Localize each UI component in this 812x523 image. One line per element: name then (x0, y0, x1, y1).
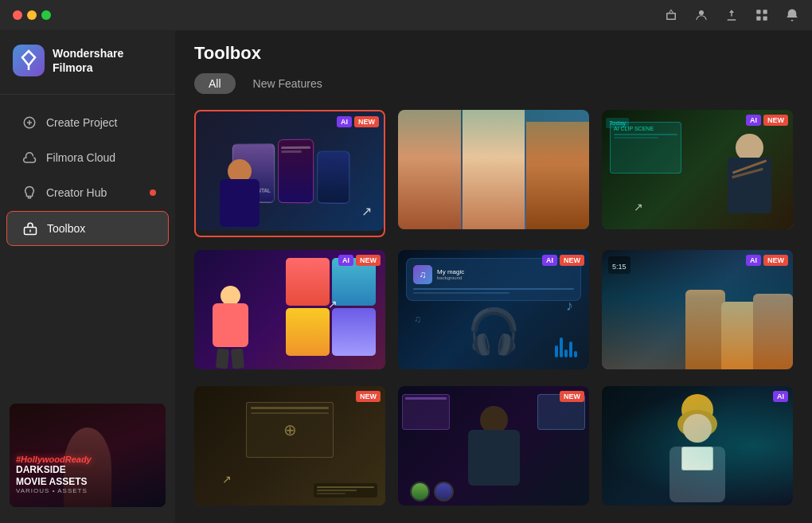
badges-row3-2: NEW (560, 391, 584, 402)
tool-card-smart-scene-cut[interactable]: Smart Scene Cut (398, 110, 589, 237)
notification-dot (150, 189, 156, 196)
badge-new: NEW (560, 255, 584, 266)
badge-ai: AI (746, 255, 761, 266)
tool-thumb-smart-short-clips: HORIZONTAL VID (196, 111, 384, 231)
badges-ai-video-enhancer: AI NEW (746, 115, 788, 126)
window-controls[interactable] (13, 10, 51, 20)
titlebar (0, 0, 812, 30)
nav-label: Create Project (46, 116, 117, 129)
badges-smart-bgm: AI NEW (542, 255, 584, 266)
badge-ai: AI (746, 115, 761, 126)
plus-circle-icon (22, 115, 37, 130)
badge-new: NEW (356, 255, 381, 266)
app-name: Wondershare Filmora (53, 46, 162, 75)
thumbnail-tag: #HollywoodReady (16, 455, 159, 464)
sidebar-thumb-title: DARKSIDEMOVIE ASSETS (16, 464, 159, 487)
tool-card-smart-bgm[interactable]: ♫ My magic background (398, 250, 589, 374)
tool-thumb-auto-reframe: 5:15 (602, 250, 793, 369)
tool-thumb-ai-color-palette: ↗ AI NEW (194, 250, 385, 369)
svg-point-0 (699, 10, 704, 15)
tool-name-smart-short-clips: Smart Short Clips (196, 236, 384, 237)
tab-new-features[interactable]: New Features (239, 73, 337, 94)
nav-label: Filmora Cloud (46, 151, 115, 164)
svg-rect-4 (763, 17, 767, 21)
sidebar-thumb-sub: VARIOUS • ASSETS (16, 487, 159, 494)
badge-ai: AI (542, 255, 557, 266)
badges-ai-color-palette: AI NEW (338, 255, 381, 266)
tool-name-smart-scene-cut: Smart Scene Cut (398, 235, 589, 237)
tool-card-ai-color-palette[interactable]: ↗ AI NEW AI Color Palette (194, 250, 385, 374)
sidebar-item-toolbox[interactable]: Toolbox (6, 211, 169, 246)
tool-card-row3-1[interactable]: ⊕ ↗ (194, 386, 385, 510)
svg-rect-1 (756, 10, 760, 14)
badges-row3-3: AI (773, 391, 788, 402)
maximize-button[interactable] (41, 10, 51, 20)
badge-ai: AI (338, 255, 353, 266)
badge-ai: AI (337, 116, 352, 127)
svg-rect-5 (13, 45, 45, 76)
grid-icon[interactable] (755, 8, 769, 22)
tool-thumb-smart-bgm: ♫ My magic background (398, 250, 589, 369)
app-body: Wondershare Filmora Create Project (0, 30, 812, 523)
badge-ai: AI (773, 391, 788, 402)
tool-name-ai-video-enhancer: AI Video Enhancer (602, 235, 793, 237)
badge-new: NEW (560, 391, 584, 402)
tools-grid: HORIZONTAL VID (175, 103, 812, 523)
sidebar-item-creator-hub[interactable]: Creator Hub (6, 176, 169, 209)
sidebar-thumbnail[interactable]: #HollywoodReady DARKSIDEMOVIE ASSETS VAR… (10, 404, 166, 507)
tool-card-auto-reframe[interactable]: 5:15 (602, 250, 793, 374)
tool-thumb-ai-video-enhancer: AI CLIP SCENE Today ↗ AI NEW (602, 110, 793, 229)
tab-all[interactable]: All (194, 73, 236, 94)
sidebar-item-create-project[interactable]: Create Project (6, 106, 169, 139)
minimize-button[interactable] (27, 10, 37, 20)
share-icon[interactable] (664, 8, 678, 22)
tool-card-row3-2[interactable]: NEW (398, 386, 589, 510)
page-title: Toolbox (194, 43, 793, 64)
tool-thumb-row3-1: ⊕ ↗ (194, 386, 385, 505)
badges-smart-short-clips: AI NEW (337, 116, 379, 127)
divider (0, 94, 175, 95)
tool-thumb-row3-3: AI (602, 386, 793, 505)
tool-card-row3-3[interactable]: AI (602, 386, 793, 510)
sidebar-nav: Create Project Filmora Cloud Creato (0, 98, 175, 396)
tool-thumb-smart-scene-cut (398, 110, 589, 229)
sidebar: Wondershare Filmora Create Project (0, 30, 175, 523)
badge-new: NEW (356, 391, 381, 402)
profile-icon[interactable] (694, 8, 709, 22)
nav-label: Toolbox (47, 222, 85, 235)
badges-row3-1: NEW (356, 391, 381, 402)
lightbulb-icon (22, 185, 37, 200)
badge-new: NEW (354, 116, 379, 127)
titlebar-actions (664, 8, 799, 22)
main-content: Toolbox All New Features HORIZONTAL VID (175, 30, 812, 523)
sidebar-item-filmora-cloud[interactable]: Filmora Cloud (6, 141, 169, 174)
sidebar-logo[interactable]: Wondershare Filmora (0, 30, 175, 91)
tabs: All New Features (194, 73, 793, 94)
toolbox-icon (23, 221, 37, 236)
logo-icon (13, 45, 45, 76)
badge-new: NEW (763, 115, 788, 126)
close-button[interactable] (13, 10, 22, 20)
tool-card-smart-short-clips[interactable]: HORIZONTAL VID (194, 110, 385, 237)
cloud-icon (22, 150, 37, 165)
badge-new: NEW (763, 255, 788, 266)
tool-card-ai-video-enhancer[interactable]: AI CLIP SCENE Today ↗ AI NEW (602, 110, 793, 237)
upload-icon[interactable] (724, 8, 739, 22)
badges-auto-reframe: AI NEW (746, 255, 788, 266)
notification-icon[interactable] (785, 8, 799, 22)
main-header: Toolbox All New Features (175, 30, 812, 103)
svg-rect-3 (756, 17, 760, 21)
svg-rect-2 (763, 10, 767, 14)
nav-label: Creator Hub (46, 186, 107, 199)
tool-thumb-row3-2: NEW (398, 386, 589, 505)
